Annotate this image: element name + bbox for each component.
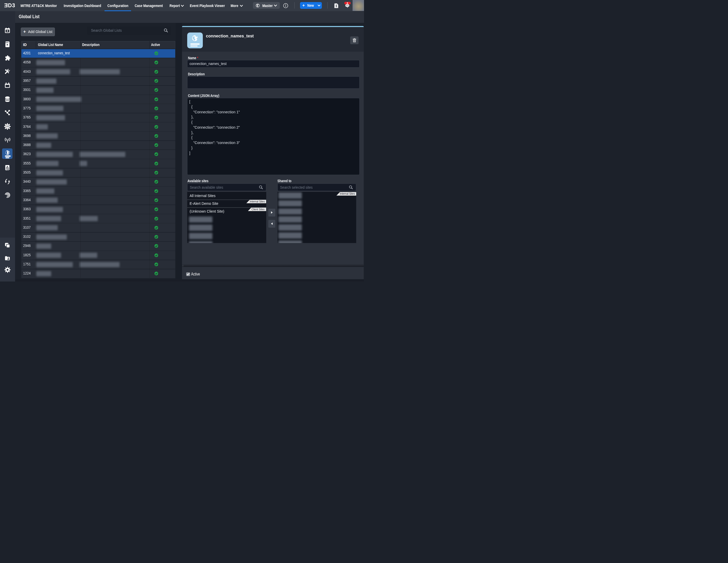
svg-text:API: API [6,126,9,127]
